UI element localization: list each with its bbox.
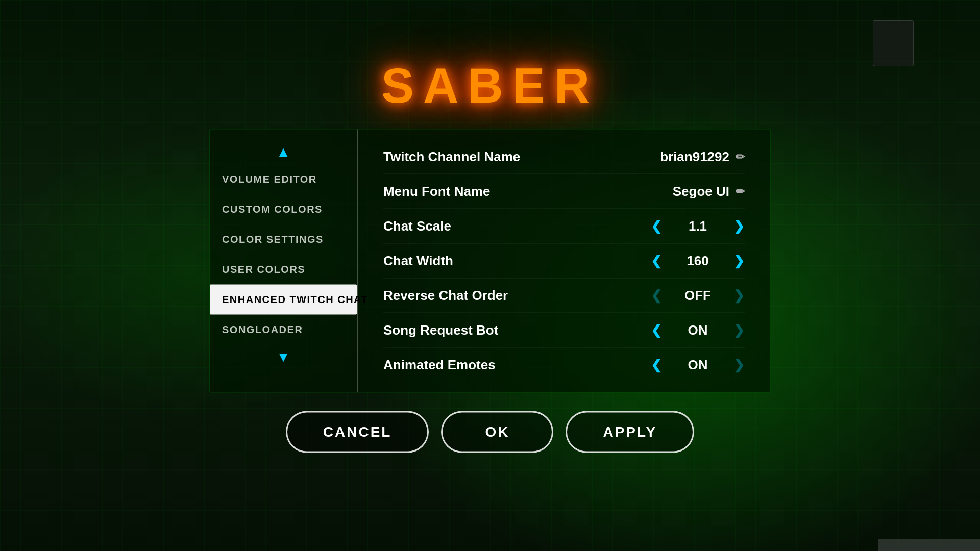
setting-value-chat-scale: 1.1 — [672, 218, 723, 234]
settings-content: Twitch Channel Name brian91292 ✏ Menu Fo… — [358, 130, 770, 392]
sidebar-item-custom-colors[interactable]: CUSTOM COLORS — [210, 194, 357, 224]
chat-width-increase[interactable]: ❯ — [733, 253, 745, 269]
app-title: SABER — [381, 58, 599, 114]
setting-row-chat-width: Chat Width ❮ 160 ❯ — [383, 244, 745, 279]
setting-label-menu-font-name: Menu Font Name — [383, 184, 602, 199]
animated-emotes-decrease[interactable]: ❮ — [651, 357, 662, 373]
sidebar-item-user-colors[interactable]: USER COLORS — [210, 255, 357, 285]
cancel-button[interactable]: CANCEL — [286, 411, 429, 453]
setting-label-song-request-bot: Song Request Bot — [383, 322, 602, 338]
setting-value-menu-font-name: Segoe UI ✏ — [673, 184, 745, 199]
chat-width-decrease[interactable]: ❮ — [651, 253, 662, 269]
edit-icon-twitch-channel-name[interactable]: ✏ — [736, 150, 745, 163]
setting-value-song-request-bot: ON — [672, 322, 723, 338]
setting-control-twitch-channel-name: brian91292 ✏ — [602, 149, 745, 165]
sidebar-item-enhanced-twitch-chat[interactable]: ENHANCED TWITCH CHAT — [210, 285, 357, 315]
animated-emotes-increase[interactable]: ❯ — [733, 357, 745, 373]
main-container: SABER ▲ VOLUME EDITOR CUSTOM COLORS COLO… — [209, 98, 771, 453]
setting-value-chat-width: 160 — [672, 253, 723, 269]
song-request-bot-increase[interactable]: ❯ — [733, 322, 745, 338]
corner-decoration — [873, 20, 914, 66]
sidebar-down-arrow[interactable]: ▼ — [210, 345, 357, 369]
setting-row-song-request-bot: Song Request Bot ❮ ON ❯ — [383, 313, 745, 348]
setting-label-twitch-channel-name: Twitch Channel Name — [383, 149, 602, 165]
setting-control-chat-width: ❮ 160 ❯ — [602, 253, 745, 269]
ok-button[interactable]: OK — [441, 411, 553, 453]
setting-control-chat-scale: ❮ 1.1 ❯ — [602, 218, 745, 234]
setting-label-animated-emotes: Animated Emotes — [383, 357, 602, 373]
setting-control-reverse-chat-order: ❮ OFF ❯ — [602, 288, 745, 304]
reverse-chat-order-decrease[interactable]: ❮ — [651, 288, 662, 304]
sidebar-item-songloader[interactable]: SONGLOADER — [210, 315, 357, 345]
settings-panel: ▲ VOLUME EDITOR CUSTOM COLORS COLOR SETT… — [209, 129, 771, 393]
sidebar: ▲ VOLUME EDITOR CUSTOM COLORS COLOR SETT… — [210, 130, 358, 392]
apply-button[interactable]: APPLY — [566, 411, 694, 453]
reverse-chat-order-increase[interactable]: ❯ — [733, 288, 745, 304]
setting-row-twitch-channel-name: Twitch Channel Name brian91292 ✏ — [383, 140, 745, 174]
sidebar-up-arrow[interactable]: ▲ — [210, 140, 357, 164]
setting-label-chat-scale: Chat Scale — [383, 218, 602, 234]
setting-label-chat-width: Chat Width — [383, 253, 602, 269]
setting-value-animated-emotes: ON — [672, 357, 723, 373]
sidebar-item-color-settings[interactable]: COLOR SETTINGS — [210, 224, 357, 255]
setting-row-chat-scale: Chat Scale ❮ 1.1 ❯ — [383, 209, 745, 244]
setting-row-menu-font-name: Menu Font Name Segoe UI ✏ — [383, 174, 745, 209]
bottom-buttons: CANCEL OK APPLY — [286, 411, 694, 453]
sidebar-item-volume-editor[interactable]: VOLUME EDITOR — [210, 164, 357, 194]
setting-row-reverse-chat-order: Reverse Chat Order ❮ OFF ❯ — [383, 279, 745, 313]
chat-scale-increase[interactable]: ❯ — [733, 218, 745, 234]
setting-label-reverse-chat-order: Reverse Chat Order — [383, 288, 602, 304]
setting-value-twitch-channel-name: brian91292 ✏ — [660, 149, 745, 165]
chat-scale-decrease[interactable]: ❮ — [651, 218, 662, 234]
setting-control-song-request-bot: ❮ ON ❯ — [602, 322, 745, 338]
setting-row-animated-emotes: Animated Emotes ❮ ON ❯ — [383, 348, 745, 382]
song-request-bot-decrease[interactable]: ❮ — [651, 322, 662, 338]
setting-control-menu-font-name: Segoe UI ✏ — [602, 184, 745, 199]
edit-icon-menu-font-name[interactable]: ✏ — [736, 185, 745, 198]
setting-control-animated-emotes: ❮ ON ❯ — [602, 357, 745, 373]
setting-value-reverse-chat-order: OFF — [672, 288, 723, 304]
bottom-bar-decoration — [878, 539, 980, 551]
